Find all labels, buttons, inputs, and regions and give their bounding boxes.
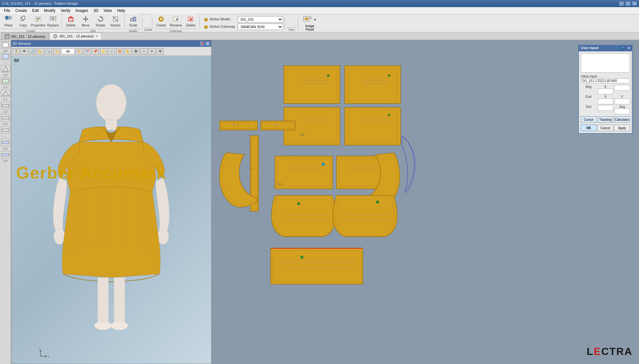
beg-x-label: X [598, 85, 613, 88]
end-y-input[interactable] [614, 99, 630, 104]
tracking-button[interactable]: Tracking [598, 116, 613, 123]
svg-rect-45 [2, 79, 9, 83]
colorway-delete-button[interactable]: Delete [184, 14, 198, 29]
resize-label: Resize [111, 24, 121, 27]
3d-tool-5[interactable]: 🔍 [45, 48, 52, 55]
svg-rect-83 [345, 108, 401, 145]
3d-tool-settings[interactable]: ⚙ [157, 48, 164, 55]
svg-point-52 [96, 84, 126, 121]
3d-tool-6[interactable]: 📏 [53, 48, 60, 55]
close-button[interactable]: ✕ [632, 1, 637, 6]
copy-button[interactable]: Copy [16, 14, 30, 29]
active-colorway-select[interactable]: SAMOAN SUN [238, 24, 283, 30]
3d-tool-pencil[interactable]: ✏️ [76, 48, 83, 55]
view-3d-close[interactable]: ✕ [205, 41, 210, 46]
menu-images[interactable]: Images [73, 8, 91, 14]
view-3d-toolbar: 🧍 👁 🔄 📐 🔍 📏 ✏️ ✂️ 📌 ⭐ ↔ 🎨 ✋ ➕ ↕ ≡ ⚙ [11, 47, 211, 56]
user-input-close-btn[interactable]: ✕ [627, 46, 631, 50]
properties-button[interactable]: Properties [31, 14, 45, 29]
svg-point-116 [376, 201, 379, 203]
calculator-button[interactable]: Calculator [614, 116, 630, 123]
3d-tool-cross[interactable]: ➕ [132, 48, 139, 55]
menu-edit[interactable]: Edit [29, 8, 41, 14]
user-input-title: User Input [581, 46, 598, 50]
image-panel-button[interactable]: Image Panel [303, 15, 317, 31]
tab-3d[interactable]: DG_151 - 12 piece(s) ✕ [49, 33, 102, 40]
rotate-icon [97, 15, 104, 23]
3d-tool-4[interactable]: 📐 [37, 48, 44, 55]
sidebar-btn-3[interactable] [1, 65, 10, 72]
sidebar-btn-2[interactable] [1, 53, 10, 60]
zoom-input[interactable] [61, 48, 75, 54]
replace-button[interactable]: Replace [46, 14, 60, 29]
3d-tool-3[interactable]: 🔄 [29, 48, 36, 55]
end-x-input[interactable] [598, 99, 613, 104]
ang-input[interactable] [614, 109, 630, 114]
rotate-button[interactable]: Rotate [93, 14, 108, 29]
delete-button[interactable]: Delete [64, 14, 78, 29]
properties-icon [34, 15, 42, 23]
3d-tool-color[interactable]: 🎨 [116, 48, 123, 55]
svg-text:335: 335 [277, 183, 282, 186]
sidebar-btn-wide1[interactable] [1, 102, 10, 109]
svg-rect-9 [53, 17, 56, 20]
apply-button[interactable]: Apply [614, 125, 630, 131]
sidebar-btn-wide3[interactable] [1, 127, 10, 134]
sidebar-btn-4[interactable] [1, 78, 10, 85]
3d-tool-layers[interactable]: ≡ [148, 48, 156, 55]
place-button[interactable]: Place [1, 14, 16, 29]
minimize-button[interactable]: ─ [619, 1, 624, 6]
3d-tool-arrow[interactable]: ↕ [140, 48, 147, 55]
active-model-label: Active Model [204, 17, 236, 21]
svg-rect-47 [2, 104, 9, 107]
sidebar-btn-wide4[interactable] [1, 139, 10, 146]
menu-help[interactable]: Help [114, 8, 128, 14]
sidebar-btn-5[interactable] [1, 90, 10, 97]
cancel-button[interactable]: Cancel [598, 125, 613, 131]
user-input-help-icon[interactable]: ? [620, 46, 625, 50]
menu-create[interactable]: Create [13, 8, 29, 14]
3d-tool-move[interactable]: ↔ [108, 48, 115, 55]
3d-tool-1[interactable]: 🧍 [13, 48, 20, 55]
cursor-button[interactable]: Cursor [581, 116, 597, 123]
maximize-button[interactable]: □ [625, 1, 631, 6]
svg-rect-43 [3, 54, 8, 59]
ok-button[interactable]: OK [581, 125, 597, 131]
menu-3d[interactable]: 3D [91, 8, 101, 14]
3d-tool-2[interactable]: 👁 [21, 48, 28, 55]
3d-tool-hand[interactable]: ✋ [124, 48, 131, 55]
sidebar-btn-wide2[interactable] [1, 114, 10, 121]
svg-point-30 [204, 18, 208, 21]
tab-pattern[interactable]: DG_151 - 12 piece(s) [1, 33, 49, 40]
value-input-field: DG_151-170221-BOWR [581, 78, 630, 83]
move-button[interactable]: Move [79, 14, 93, 29]
menu-view[interactable]: View [101, 8, 114, 14]
menu-file[interactable]: File [1, 8, 13, 14]
toolbar-dropdowns: Active Model DG_151 Active Colorway SAMO… [204, 16, 283, 30]
menu-verify[interactable]: Verify [58, 8, 73, 14]
beg-x-input[interactable] [598, 88, 613, 94]
dist-input[interactable] [598, 105, 613, 111]
colorway-rename-button[interactable]: Rename [169, 14, 183, 29]
scale-button[interactable]: Scale [126, 14, 140, 29]
tab-3d-close[interactable]: ✕ [95, 35, 98, 38]
end-y-label: Y [614, 95, 630, 99]
beg-y-input[interactable] [614, 85, 630, 91]
3d-tool-scissors[interactable]: ✂️ [84, 48, 91, 55]
end-label: End [581, 95, 596, 99]
active-model-select[interactable]: DG_151 [238, 16, 283, 23]
dropdown-arrow-icon [313, 18, 317, 21]
sidebar-btn-wide5[interactable] [1, 151, 10, 158]
view-3d-pin[interactable]: 📌 [200, 41, 204, 46]
title-bar-controls: ─ □ ✕ [619, 1, 637, 6]
value-input-textarea[interactable] [581, 53, 630, 73]
svg-rect-66 [284, 66, 340, 103]
menu-modify[interactable]: Modify [41, 8, 58, 14]
create-group-label: Create [1, 29, 60, 33]
sidebar-btn-1[interactable] [1, 41, 10, 48]
resize-button[interactable]: Resize [108, 14, 123, 29]
svg-rect-101 [275, 156, 332, 189]
3d-tool-pin[interactable]: 📌 [92, 48, 99, 55]
colorway-create-button[interactable]: Create [154, 14, 168, 29]
3d-tool-star[interactable]: ⭐ [100, 48, 107, 55]
